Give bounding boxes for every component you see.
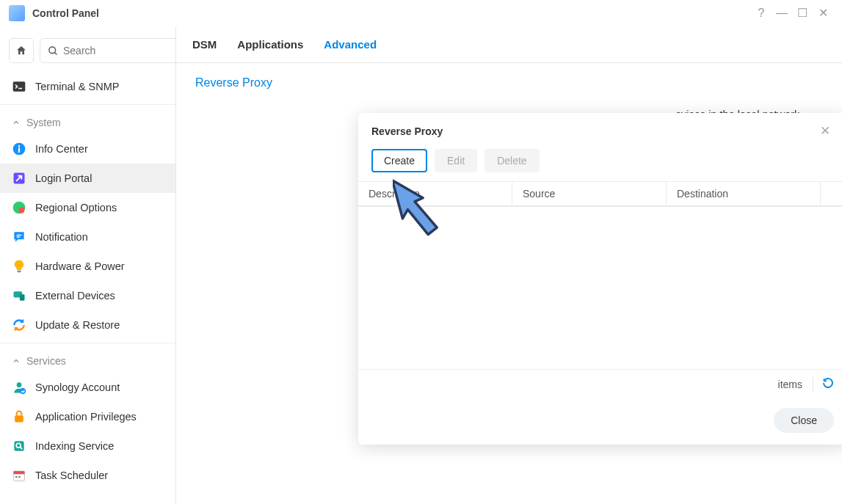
globe-icon: [12, 200, 26, 215]
chevron-up-icon: [12, 118, 21, 127]
svg-rect-7: [18, 271, 21, 273]
sidebar-item-label: Terminal & SNMP: [35, 81, 119, 92]
refresh-icon: [822, 377, 834, 389]
indexing-icon: [12, 439, 26, 453]
svg-line-1: [54, 52, 57, 54]
sidebar-item-regional-options[interactable]: Regional Options: [0, 193, 175, 222]
svg-rect-18: [15, 476, 18, 478]
sidebar-item-label: Regional Options: [35, 202, 117, 213]
help-button[interactable]: ?: [751, 3, 772, 23]
svg-rect-12: [15, 415, 23, 422]
dialog-table: Description Source Destination: [358, 181, 842, 207]
dialog-close-button[interactable]: ✕: [816, 123, 834, 139]
window-title: Control Panel: [32, 7, 99, 19]
search-icon: [48, 45, 59, 56]
content-area: DSM Applications Advanced Reverse Proxy …: [176, 26, 842, 504]
svg-rect-13: [14, 441, 23, 450]
sidebar-section-services[interactable]: Services: [0, 346, 175, 373]
sidebar-item-terminal-snmp[interactable]: Terminal & SNMP: [0, 72, 175, 101]
sidebar-item-label: Update & Restore: [35, 319, 120, 331]
sidebar-item-indexing-service[interactable]: Indexing Service: [0, 431, 175, 461]
tab-applications[interactable]: Applications: [237, 28, 303, 61]
svg-rect-17: [14, 471, 25, 474]
account-icon: [12, 380, 26, 395]
sidebar-item-synology-account[interactable]: Synology Account: [0, 373, 175, 402]
sidebar-item-application-privileges[interactable]: Application Privileges: [0, 402, 175, 431]
devices-icon: [12, 288, 26, 303]
close-window-button[interactable]: ✕: [813, 3, 833, 23]
sidebar-item-hardware-power[interactable]: Hardware & Power: [0, 252, 175, 281]
sidebar-item-task-scheduler[interactable]: Task Scheduler: [0, 461, 175, 490]
section-title: System: [26, 117, 61, 128]
sidebar-item-update-restore[interactable]: Update & Restore: [0, 310, 175, 340]
login-portal-icon: [12, 171, 26, 186]
sidebar-item-external-devices[interactable]: External Devices: [0, 281, 175, 310]
sidebar: Terminal & SNMP System Info Center Login…: [0, 26, 176, 504]
sidebar-item-label: Indexing Service: [35, 440, 114, 452]
svg-point-0: [49, 46, 56, 53]
column-header-source[interactable]: Source: [512, 182, 667, 206]
svg-rect-19: [18, 476, 21, 478]
sidebar-item-label: Notification: [35, 231, 88, 243]
edit-button: Edit: [435, 149, 477, 172]
create-button[interactable]: Create: [371, 149, 427, 172]
svg-rect-9: [20, 294, 25, 300]
sidebar-item-label: Task Scheduler: [35, 470, 108, 481]
sidebar-item-notification[interactable]: Notification: [0, 222, 175, 252]
refresh-button[interactable]: [813, 377, 834, 392]
lock-icon: [12, 409, 26, 424]
sidebar-item-label: External Devices: [35, 290, 115, 302]
divider: [0, 343, 175, 343]
section-title-reverse-proxy: Reverse Proxy: [195, 76, 823, 90]
chevron-up-icon: [12, 357, 21, 365]
sidebar-item-label: Synology Account: [35, 381, 120, 393]
bulb-icon: [12, 259, 26, 274]
info-icon: [12, 142, 26, 156]
window-titlebar: Control Panel ? — ☐ ✕: [0, 0, 842, 26]
sidebar-item-login-portal[interactable]: Login Portal: [0, 164, 175, 193]
divider: [0, 104, 175, 105]
sidebar-section-system[interactable]: System: [0, 108, 175, 134]
tab-advanced[interactable]: Advanced: [324, 28, 377, 61]
minimize-button[interactable]: —: [772, 3, 792, 23]
home-icon: [15, 45, 27, 56]
chat-icon: [12, 230, 26, 244]
svg-rect-2: [13, 81, 26, 91]
reverse-proxy-dialog: Reverse Proxy ✕ Create Edit Delete Descr…: [358, 113, 842, 445]
column-header-description[interactable]: Description: [358, 182, 512, 206]
section-title: Services: [26, 355, 66, 367]
calendar-icon: [12, 468, 26, 483]
column-header-spacer: [821, 182, 842, 206]
sidebar-item-label: Login Portal: [35, 172, 92, 184]
svg-point-11: [20, 388, 26, 394]
close-button[interactable]: Close: [774, 408, 834, 433]
dialog-title: Reverse Proxy: [371, 125, 816, 137]
terminal-icon: [12, 79, 26, 94]
sidebar-item-label: Application Privileges: [35, 411, 137, 423]
svg-point-6: [18, 207, 24, 213]
sidebar-item-label: Hardware & Power: [35, 260, 125, 272]
sidebar-item-info-center[interactable]: Info Center: [0, 134, 175, 164]
maximize-button[interactable]: ☐: [792, 3, 813, 23]
column-header-destination[interactable]: Destination: [667, 182, 821, 206]
search-input[interactable]: [63, 45, 176, 56]
app-icon: [9, 5, 25, 21]
dialog-status-bar: items: [358, 369, 842, 399]
delete-button: Delete: [484, 149, 539, 172]
svg-point-10: [17, 382, 22, 387]
search-box[interactable]: [40, 38, 176, 63]
home-button[interactable]: [9, 38, 34, 63]
sync-icon: [12, 318, 26, 332]
tab-bar: DSM Applications Advanced: [176, 26, 842, 63]
sidebar-item-label: Info Center: [35, 143, 88, 155]
items-count-label: items: [778, 379, 802, 390]
dialog-table-body: [358, 207, 842, 369]
tab-dsm[interactable]: DSM: [192, 28, 217, 61]
